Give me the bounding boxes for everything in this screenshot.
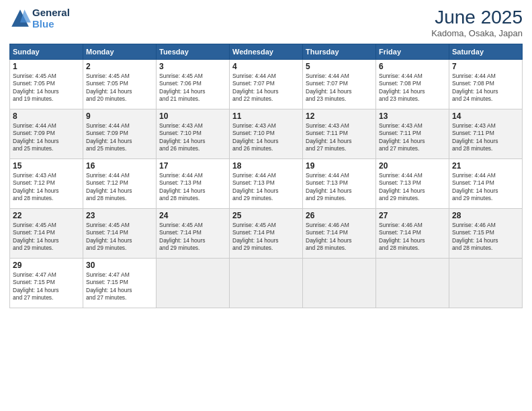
day-info: Sunrise: 4:43 AM Sunset: 7:11 PM Dayligh… [452, 122, 519, 153]
table-row: 3Sunrise: 4:45 AM Sunset: 7:06 PM Daylig… [157, 60, 230, 109]
table-row: 21Sunrise: 4:44 AM Sunset: 7:14 PM Dayli… [449, 159, 523, 209]
col-monday: Monday [83, 44, 157, 60]
table-row: 24Sunrise: 4:45 AM Sunset: 7:14 PM Dayli… [157, 209, 230, 259]
header-row: Sunday Monday Tuesday Wednesday Thursday… [10, 44, 523, 60]
table-row: 17Sunrise: 4:44 AM Sunset: 7:13 PM Dayli… [157, 159, 230, 209]
col-sunday: Sunday [10, 44, 83, 60]
day-number: 26 [306, 211, 373, 220]
logo: General Blue [9, 7, 70, 30]
day-info: Sunrise: 4:45 AM Sunset: 7:05 PM Dayligh… [86, 73, 153, 103]
calendar-row: 1Sunrise: 4:45 AM Sunset: 7:05 PM Daylig… [10, 60, 523, 109]
calendar-row: 15Sunrise: 4:43 AM Sunset: 7:12 PM Dayli… [10, 159, 523, 209]
table-row [449, 259, 523, 308]
day-info: Sunrise: 4:46 AM Sunset: 7:14 PM Dayligh… [306, 222, 373, 253]
day-info: Sunrise: 4:45 AM Sunset: 7:14 PM Dayligh… [159, 222, 226, 253]
day-number: 8 [13, 111, 80, 121]
day-number: 14 [452, 111, 519, 121]
calendar-row: 8Sunrise: 4:44 AM Sunset: 7:09 PM Daylig… [10, 109, 523, 159]
day-info: Sunrise: 4:43 AM Sunset: 7:10 PM Dayligh… [232, 122, 300, 153]
day-number: 20 [379, 161, 446, 171]
day-info: Sunrise: 4:44 AM Sunset: 7:07 PM Dayligh… [232, 73, 300, 103]
table-row: 13Sunrise: 4:43 AM Sunset: 7:11 PM Dayli… [376, 109, 449, 159]
day-number: 1 [13, 62, 80, 71]
day-info: Sunrise: 4:44 AM Sunset: 7:09 PM Dayligh… [86, 122, 153, 153]
day-number: 10 [159, 111, 226, 121]
day-number: 25 [232, 211, 300, 220]
day-info: Sunrise: 4:45 AM Sunset: 7:06 PM Dayligh… [159, 73, 226, 103]
title-block: June 2025 Kadoma, Osaka, Japan [431, 7, 523, 38]
logo-icon [9, 7, 31, 29]
table-row: 27Sunrise: 4:46 AM Sunset: 7:14 PM Dayli… [376, 209, 449, 259]
table-row: 30Sunrise: 4:47 AM Sunset: 7:15 PM Dayli… [83, 259, 157, 308]
day-number: 4 [232, 62, 300, 71]
day-info: Sunrise: 4:44 AM Sunset: 7:12 PM Dayligh… [86, 172, 153, 203]
day-number: 7 [452, 62, 519, 71]
col-friday: Friday [376, 44, 449, 60]
header: General Blue June 2025 Kadoma, Osaka, Ja… [9, 7, 523, 38]
day-number: 15 [13, 161, 80, 171]
page: General Blue June 2025 Kadoma, Osaka, Ja… [0, 0, 532, 411]
day-info: Sunrise: 4:44 AM Sunset: 7:13 PM Dayligh… [379, 172, 446, 203]
table-row: 8Sunrise: 4:44 AM Sunset: 7:09 PM Daylig… [10, 109, 83, 159]
day-number: 27 [379, 211, 446, 220]
table-row: 19Sunrise: 4:44 AM Sunset: 7:13 PM Dayli… [303, 159, 376, 209]
calendar-row: 29Sunrise: 4:47 AM Sunset: 7:15 PM Dayli… [10, 259, 523, 308]
day-info: Sunrise: 4:44 AM Sunset: 7:09 PM Dayligh… [13, 122, 80, 153]
table-row: 10Sunrise: 4:43 AM Sunset: 7:10 PM Dayli… [157, 109, 230, 159]
table-row: 2Sunrise: 4:45 AM Sunset: 7:05 PM Daylig… [83, 60, 157, 109]
table-row [376, 259, 449, 308]
day-number: 6 [379, 62, 446, 71]
day-info: Sunrise: 4:46 AM Sunset: 7:14 PM Dayligh… [379, 222, 446, 253]
day-info: Sunrise: 4:44 AM Sunset: 7:13 PM Dayligh… [159, 172, 226, 203]
day-number: 22 [13, 211, 80, 220]
day-info: Sunrise: 4:44 AM Sunset: 7:07 PM Dayligh… [306, 73, 373, 103]
day-info: Sunrise: 4:44 AM Sunset: 7:14 PM Dayligh… [452, 172, 519, 203]
day-number: 21 [452, 161, 519, 171]
logo-text: General Blue [32, 7, 70, 30]
day-number: 23 [86, 211, 153, 220]
day-info: Sunrise: 4:47 AM Sunset: 7:15 PM Dayligh… [86, 271, 153, 302]
day-number: 9 [86, 111, 153, 121]
day-number: 13 [379, 111, 446, 121]
table-row [230, 259, 303, 308]
day-number: 11 [232, 111, 300, 121]
calendar-row: 22Sunrise: 4:45 AM Sunset: 7:14 PM Dayli… [10, 209, 523, 259]
day-info: Sunrise: 4:45 AM Sunset: 7:05 PM Dayligh… [13, 73, 80, 103]
day-info: Sunrise: 4:43 AM Sunset: 7:12 PM Dayligh… [13, 172, 80, 203]
month-title: June 2025 [431, 7, 523, 28]
location-subtitle: Kadoma, Osaka, Japan [431, 28, 523, 38]
day-info: Sunrise: 4:46 AM Sunset: 7:15 PM Dayligh… [452, 222, 519, 253]
table-row [303, 259, 376, 308]
col-wednesday: Wednesday [230, 44, 303, 60]
table-row: 23Sunrise: 4:45 AM Sunset: 7:14 PM Dayli… [83, 209, 157, 259]
day-info: Sunrise: 4:44 AM Sunset: 7:13 PM Dayligh… [306, 172, 373, 203]
table-row: 9Sunrise: 4:44 AM Sunset: 7:09 PM Daylig… [83, 109, 157, 159]
day-info: Sunrise: 4:44 AM Sunset: 7:08 PM Dayligh… [452, 73, 519, 103]
table-row: 11Sunrise: 4:43 AM Sunset: 7:10 PM Dayli… [230, 109, 303, 159]
table-row: 22Sunrise: 4:45 AM Sunset: 7:14 PM Dayli… [10, 209, 83, 259]
calendar-table: Sunday Monday Tuesday Wednesday Thursday… [9, 44, 523, 308]
day-number: 5 [306, 62, 373, 71]
table-row: 18Sunrise: 4:44 AM Sunset: 7:13 PM Dayli… [230, 159, 303, 209]
table-row: 15Sunrise: 4:43 AM Sunset: 7:12 PM Dayli… [10, 159, 83, 209]
day-number: 16 [86, 161, 153, 171]
table-row: 20Sunrise: 4:44 AM Sunset: 7:13 PM Dayli… [376, 159, 449, 209]
day-info: Sunrise: 4:44 AM Sunset: 7:08 PM Dayligh… [379, 73, 446, 103]
day-number: 12 [306, 111, 373, 121]
col-tuesday: Tuesday [157, 44, 230, 60]
day-info: Sunrise: 4:45 AM Sunset: 7:14 PM Dayligh… [13, 222, 80, 253]
day-number: 18 [232, 161, 300, 171]
table-row: 25Sunrise: 4:45 AM Sunset: 7:14 PM Dayli… [230, 209, 303, 259]
table-row: 5Sunrise: 4:44 AM Sunset: 7:07 PM Daylig… [303, 60, 376, 109]
day-info: Sunrise: 4:45 AM Sunset: 7:14 PM Dayligh… [86, 222, 153, 253]
table-row: 6Sunrise: 4:44 AM Sunset: 7:08 PM Daylig… [376, 60, 449, 109]
table-row: 16Sunrise: 4:44 AM Sunset: 7:12 PM Dayli… [83, 159, 157, 209]
day-info: Sunrise: 4:47 AM Sunset: 7:15 PM Dayligh… [13, 271, 80, 302]
day-info: Sunrise: 4:43 AM Sunset: 7:10 PM Dayligh… [159, 122, 226, 153]
table-row: 14Sunrise: 4:43 AM Sunset: 7:11 PM Dayli… [449, 109, 523, 159]
day-number: 29 [13, 261, 80, 270]
col-thursday: Thursday [303, 44, 376, 60]
day-number: 3 [159, 62, 226, 71]
table-row: 4Sunrise: 4:44 AM Sunset: 7:07 PM Daylig… [230, 60, 303, 109]
table-row [157, 259, 230, 308]
